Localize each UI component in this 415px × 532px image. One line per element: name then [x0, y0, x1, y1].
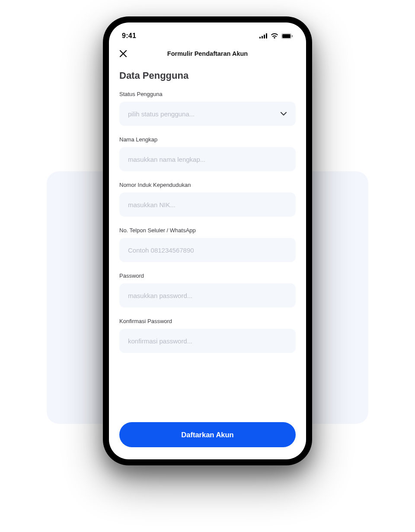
bottom-area: Daftarkan Akun — [109, 422, 306, 459]
field-label-password: Password — [119, 272, 296, 279]
section-title: Data Pengguna — [119, 70, 296, 81]
field-label-fullname: Nama Lengkap — [119, 136, 296, 143]
password-input[interactable] — [119, 283, 296, 308]
status-select[interactable] — [119, 102, 296, 126]
field-fullname: Nama Lengkap — [119, 136, 296, 171]
nik-input[interactable] — [119, 192, 296, 217]
field-nik: Nomor Induk Kependudukan — [119, 182, 296, 217]
confirm-password-input[interactable] — [119, 329, 296, 353]
svg-rect-6 — [292, 35, 293, 37]
phone-frame: 9:41 Formulir Pendaftaran Akun — [103, 16, 312, 465]
field-label-confirm-password: Konfirmasi Password — [119, 318, 296, 324]
close-button[interactable] — [119, 50, 127, 58]
svg-rect-1 — [262, 36, 263, 38]
form-content: Data Pengguna Status Pengguna Nama Lengk… — [109, 64, 306, 422]
cellular-icon — [259, 33, 268, 38]
svg-rect-3 — [266, 33, 267, 38]
battery-icon — [281, 33, 293, 39]
svg-rect-5 — [282, 34, 290, 38]
field-confirm-password: Konfirmasi Password — [119, 318, 296, 353]
field-status: Status Pengguna — [119, 91, 296, 126]
field-label-nik: Nomor Induk Kependudukan — [119, 182, 296, 188]
page-title: Formulir Pendaftaran Akun — [119, 50, 296, 57]
status-time: 9:41 — [122, 32, 136, 40]
field-password: Password — [119, 272, 296, 308]
svg-rect-2 — [264, 35, 265, 38]
svg-rect-0 — [259, 37, 261, 38]
phone-input[interactable] — [119, 238, 296, 262]
app-bar: Formulir Pendaftaran Akun — [109, 45, 306, 64]
phone-screen: 9:41 Formulir Pendaftaran Akun — [109, 22, 306, 459]
wifi-icon — [271, 33, 278, 38]
close-icon — [119, 50, 127, 58]
status-input[interactable] — [119, 102, 296, 126]
fullname-input[interactable] — [119, 147, 296, 171]
field-label-status: Status Pengguna — [119, 91, 296, 97]
submit-button[interactable]: Daftarkan Akun — [119, 422, 296, 447]
field-phone: No. Telpon Seluler / WhatsApp — [119, 227, 296, 262]
status-icons — [259, 33, 293, 39]
status-bar: 9:41 — [109, 22, 306, 45]
field-label-phone: No. Telpon Seluler / WhatsApp — [119, 227, 296, 234]
